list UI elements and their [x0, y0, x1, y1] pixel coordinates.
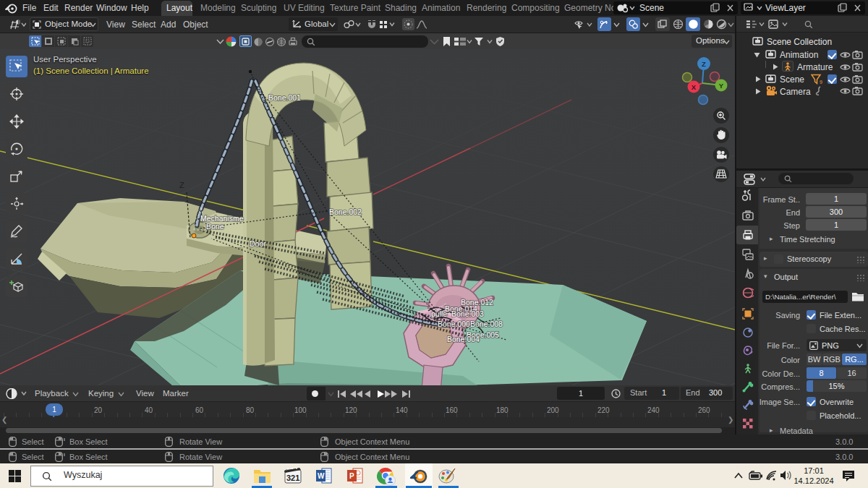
svg-text:Z: Z	[702, 60, 706, 68]
svg-text:pulle: pulle	[431, 309, 447, 318]
svg-text:Bone.008: Bone.008	[470, 320, 503, 328]
svg-text:Bone.002: Bone.002	[329, 207, 362, 216]
svg-text:Bone.001: Bone.001	[268, 93, 301, 102]
svg-text:Z: Z	[179, 181, 184, 189]
svg-text:Bone.000: Bone.000	[438, 320, 470, 328]
svg-text:P: P	[349, 472, 354, 480]
svg-text:Bone.004: Bone.004	[447, 335, 480, 343]
svg-text:X: X	[692, 83, 697, 91]
svg-text:9: 9	[820, 80, 822, 85]
svg-text:321: 321	[286, 474, 299, 482]
svg-text:Bone.003: Bone.003	[451, 309, 484, 318]
svg-text:W: W	[318, 472, 325, 480]
svg-text:Y: Y	[719, 82, 724, 90]
svg-text:Bone: Bone	[206, 222, 224, 231]
svg-text:Door: Door	[250, 239, 266, 248]
